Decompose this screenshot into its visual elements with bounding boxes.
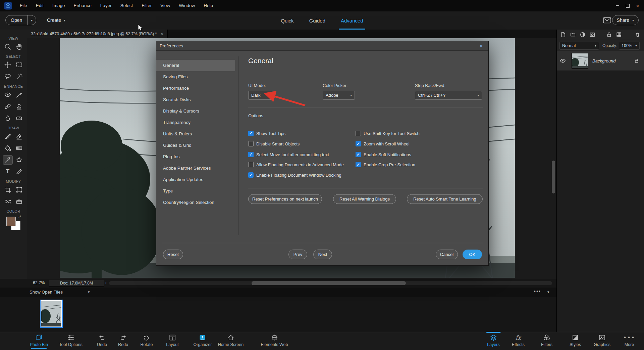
checkbox-show-tool-tips[interactable] xyxy=(248,131,254,136)
menu-layer[interactable]: Layer xyxy=(96,0,116,11)
pref-item-general[interactable]: General xyxy=(156,60,235,71)
checkbox-allow-floating-documents[interactable] xyxy=(248,162,254,167)
pref-item-saving-files[interactable]: Saving Files xyxy=(156,71,235,83)
checkbox-select-move-tool[interactable] xyxy=(248,152,254,157)
share-button[interactable]: Share ▾ xyxy=(612,15,639,25)
zoom-level[interactable]: 62.7% xyxy=(33,280,45,285)
tab-guided[interactable]: Guided xyxy=(309,11,325,30)
taskbar-layout[interactable]: Layout xyxy=(166,334,179,347)
mail-icon[interactable] xyxy=(603,17,611,24)
checkbox-enable-soft-notifications[interactable] xyxy=(356,152,361,157)
reset-auto-smart-tone-button[interactable]: Reset Auto Smart Tone Learning xyxy=(407,194,483,204)
layer-row-background[interactable]: Background xyxy=(557,51,644,71)
zoom-tool-icon[interactable] xyxy=(3,42,12,51)
recompose-tool-icon[interactable] xyxy=(14,185,24,194)
pref-item-units-rulers[interactable]: Units & Rulers xyxy=(156,128,235,140)
shape-tool-icon[interactable] xyxy=(14,156,24,164)
pref-item-country-region[interactable]: Country/Region Selection xyxy=(156,197,235,208)
preferences-close-icon[interactable]: × xyxy=(478,43,485,49)
taskbar-styles[interactable]: Styles xyxy=(570,334,581,347)
pref-item-application-updates[interactable]: Application Updates xyxy=(156,174,235,185)
paint-bucket-tool-icon[interactable] xyxy=(3,144,12,152)
new-group-icon[interactable] xyxy=(570,32,576,38)
color-swatches[interactable]: ⇄ xyxy=(6,215,21,231)
pref-item-transparency[interactable]: Transparency xyxy=(156,117,235,128)
color-picker-dropdown[interactable]: Adobe ▾ xyxy=(323,91,355,100)
show-open-files-chevron-icon[interactable]: ▾ xyxy=(88,290,90,294)
menu-edit[interactable]: Edit xyxy=(32,0,48,11)
layer-visibility-eye-icon[interactable] xyxy=(557,57,569,64)
menu-view[interactable]: View xyxy=(156,0,174,11)
taskbar-effects[interactable]: fx Effects xyxy=(512,334,525,347)
red-eye-tool-icon[interactable] xyxy=(3,90,12,99)
swap-colors-icon[interactable]: ⇄ xyxy=(18,215,21,218)
photo-bin-thumbnail[interactable] xyxy=(40,300,63,328)
maximize-button[interactable] xyxy=(623,0,633,11)
taskbar-photo-bin[interactable]: Photo Bin xyxy=(30,334,48,347)
tab-advanced[interactable]: Advanced xyxy=(341,11,363,30)
eyedropper-tool-icon[interactable] xyxy=(3,156,12,164)
checkbox-disable-smart-objects[interactable] xyxy=(248,141,254,146)
marquee-tool-icon[interactable] xyxy=(14,60,24,69)
ok-button[interactable]: OK xyxy=(463,250,482,259)
move-tool-icon[interactable] xyxy=(3,60,12,69)
reset-preferences-button[interactable]: Reset Preferences on next launch xyxy=(248,194,322,204)
foreground-color-swatch[interactable] xyxy=(6,217,16,226)
document-tab-close-icon[interactable]: × xyxy=(161,32,163,37)
prev-button[interactable]: Prev xyxy=(288,250,307,259)
tab-quick[interactable]: Quick xyxy=(281,11,293,30)
menu-enhance[interactable]: Enhance xyxy=(69,0,96,11)
menu-image[interactable]: Image xyxy=(48,0,69,11)
next-button[interactable]: Next xyxy=(313,250,332,259)
pref-item-plug-ins[interactable]: Plug-Ins xyxy=(156,151,235,163)
taskbar-more[interactable]: ••• More xyxy=(623,334,635,347)
minimize-button[interactable] xyxy=(612,0,623,11)
taskbar-home-screen[interactable]: Home Screen xyxy=(218,334,244,347)
horizontal-scrollbar[interactable] xyxy=(109,281,552,285)
straighten-tool-icon[interactable] xyxy=(14,197,24,206)
taskbar-rotate[interactable]: Rotate xyxy=(141,334,153,347)
checkbox-zoom-scroll-wheel[interactable] xyxy=(356,141,361,146)
pref-item-scratch-disks[interactable]: Scratch Disks xyxy=(156,94,235,105)
quick-selection-tool-icon[interactable] xyxy=(14,72,24,81)
checkbox-enable-floating-docking[interactable] xyxy=(248,172,254,178)
pref-item-performance[interactable]: Performance xyxy=(156,83,235,94)
whiten-teeth-tool-icon[interactable] xyxy=(14,90,24,99)
checkbox-enable-crop-preselection[interactable] xyxy=(356,162,361,167)
gradient-tool-icon[interactable] xyxy=(14,144,24,152)
pref-item-adobe-partner-services[interactable]: Adobe Partner Services xyxy=(156,163,235,174)
menu-window[interactable]: Window xyxy=(174,0,199,11)
reset-warning-dialogs-button[interactable]: Reset All Warning Dialogs xyxy=(333,194,396,204)
taskbar-undo[interactable]: Undo xyxy=(97,334,107,347)
menu-select[interactable]: Select xyxy=(116,0,138,11)
document-tab[interactable]: 32a18bfd-4570-4b89-a5b9-7a272d8b10e8.jpe… xyxy=(27,30,168,38)
adjustment-layer-icon[interactable] xyxy=(580,32,586,38)
brush-tool-icon[interactable] xyxy=(3,132,12,141)
preferences-dialog-titlebar[interactable]: Preferences × xyxy=(156,41,488,51)
document-size-indicator[interactable]: Doc: 17.8M/17.8M xyxy=(49,280,104,287)
layer-mask-icon[interactable] xyxy=(589,32,595,38)
spot-healing-tool-icon[interactable] xyxy=(3,102,12,111)
step-back-fwd-dropdown[interactable]: Ctrl+Z / Ctrl+Y ▾ xyxy=(415,91,482,100)
taskbar-organizer[interactable]: Organizer xyxy=(194,334,212,347)
lock-layer-icon[interactable] xyxy=(606,32,612,38)
checkbox-shift-key-tool-switch[interactable] xyxy=(356,131,361,136)
taskbar-elements-web[interactable]: Elements Web xyxy=(261,334,288,347)
opacity-dropdown[interactable]: 100% ▾ xyxy=(619,42,640,50)
pencil-tool-icon[interactable] xyxy=(14,167,24,176)
hand-tool-icon[interactable] xyxy=(14,42,24,51)
cancel-button[interactable]: Cancel xyxy=(436,250,458,259)
taskbar-tool-options[interactable]: Tool Options xyxy=(59,334,82,347)
new-layer-icon[interactable] xyxy=(560,32,566,38)
close-window-button[interactable]: × xyxy=(633,0,643,11)
clone-stamp-tool-icon[interactable] xyxy=(14,102,24,111)
taskbar-redo[interactable]: Redo xyxy=(118,334,128,347)
eraser-tool-icon[interactable] xyxy=(14,132,24,141)
horizontal-scrollbar-thumb[interactable] xyxy=(252,281,406,285)
taskbar-graphics[interactable]: Graphics xyxy=(594,334,610,347)
blur-tool-icon[interactable] xyxy=(3,114,12,123)
reset-button[interactable]: Reset xyxy=(163,250,183,259)
menu-file[interactable]: File xyxy=(15,0,32,11)
type-tool-icon[interactable]: T xyxy=(3,167,12,176)
status-options-arrow-icon[interactable]: › xyxy=(105,280,107,285)
